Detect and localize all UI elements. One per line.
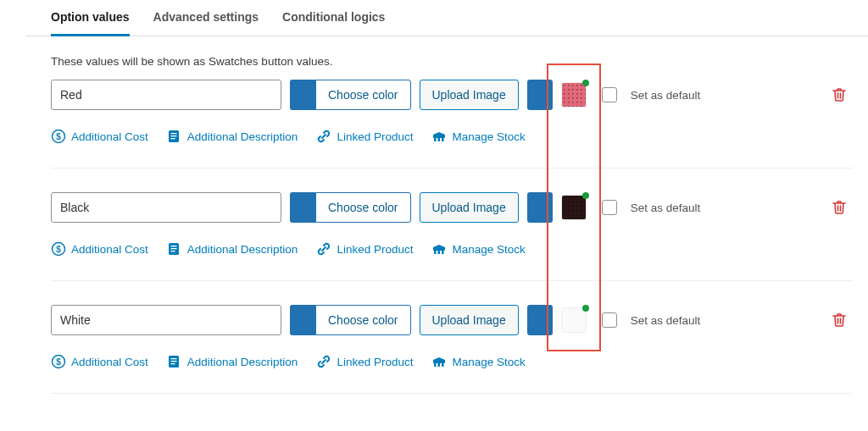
options-tabs: Option values Advanced settings Conditio… bbox=[25, 0, 868, 36]
upload-image-button[interactable]: Upload Image bbox=[420, 305, 519, 335]
preview-solid-chip[interactable] bbox=[527, 192, 553, 223]
tab-conditional-logics[interactable]: Conditional logics bbox=[282, 0, 385, 36]
status-dot-icon bbox=[582, 80, 589, 86]
document-icon bbox=[167, 129, 182, 144]
linked-product-link[interactable]: Linked Product bbox=[316, 354, 413, 369]
additional-description-link[interactable]: Additional Description bbox=[167, 354, 298, 369]
dollar-icon bbox=[51, 129, 66, 144]
additional-cost-link[interactable]: Additional Cost bbox=[51, 241, 148, 257]
dollar-icon bbox=[51, 354, 66, 369]
choose-color-button[interactable]: Choose color bbox=[315, 192, 411, 223]
color-preview-chip[interactable] bbox=[290, 305, 315, 335]
link-icon bbox=[316, 354, 331, 369]
option-name-input[interactable] bbox=[51, 192, 281, 223]
store-icon bbox=[431, 129, 447, 144]
linked-product-link[interactable]: Linked Product bbox=[316, 129, 413, 144]
manage-stock-link[interactable]: Manage Stock bbox=[431, 129, 525, 144]
status-dot-icon bbox=[582, 192, 589, 199]
set-default-label: Set as default bbox=[631, 314, 701, 327]
set-default-checkbox[interactable] bbox=[602, 312, 617, 328]
store-icon bbox=[431, 241, 447, 257]
delete-icon[interactable] bbox=[831, 312, 848, 329]
document-icon bbox=[167, 241, 182, 257]
option-name-input[interactable] bbox=[51, 305, 281, 335]
additional-cost-link[interactable]: Additional Cost bbox=[51, 129, 148, 144]
delete-icon[interactable] bbox=[831, 199, 848, 216]
manage-stock-link[interactable]: Manage Stock bbox=[431, 354, 525, 369]
choose-color-button[interactable]: Choose color bbox=[315, 305, 411, 335]
preview-solid-chip[interactable] bbox=[527, 80, 553, 110]
swatch-thumbnail[interactable] bbox=[561, 307, 587, 333]
additional-description-link[interactable]: Additional Description bbox=[167, 241, 298, 257]
tab-option-values[interactable]: Option values bbox=[51, 0, 130, 36]
set-default-label: Set as default bbox=[631, 202, 701, 214]
option-name-input[interactable] bbox=[51, 80, 281, 110]
upload-image-button[interactable]: Upload Image bbox=[420, 80, 519, 110]
store-icon bbox=[431, 354, 447, 369]
set-default-checkbox[interactable] bbox=[602, 200, 617, 215]
set-default-label: Set as default bbox=[631, 89, 701, 102]
dollar-icon bbox=[51, 241, 66, 257]
option-row: Choose color Upload Image Set as default… bbox=[51, 192, 853, 281]
additional-description-link[interactable]: Additional Description bbox=[167, 129, 298, 144]
status-dot-icon bbox=[582, 305, 589, 312]
preview-solid-chip[interactable] bbox=[527, 305, 553, 335]
intro-text: These values will be shown as Swatches b… bbox=[51, 55, 853, 68]
delete-icon[interactable] bbox=[831, 86, 848, 103]
link-icon bbox=[316, 129, 331, 144]
link-icon bbox=[316, 241, 331, 257]
manage-stock-link[interactable]: Manage Stock bbox=[431, 241, 525, 257]
color-preview-chip[interactable] bbox=[290, 80, 315, 110]
swatch-thumbnail[interactable] bbox=[561, 82, 587, 108]
tab-advanced-settings[interactable]: Advanced settings bbox=[153, 0, 259, 36]
option-row: Choose color Upload Image Set as default… bbox=[51, 80, 853, 169]
color-preview-chip[interactable] bbox=[290, 192, 315, 223]
upload-image-button[interactable]: Upload Image bbox=[420, 192, 519, 223]
additional-cost-link[interactable]: Additional Cost bbox=[51, 354, 148, 369]
choose-color-button[interactable]: Choose color bbox=[315, 80, 411, 110]
swatch-thumbnail[interactable] bbox=[561, 195, 587, 220]
option-row: Choose color Upload Image Set as default… bbox=[51, 305, 853, 394]
set-default-checkbox[interactable] bbox=[602, 87, 617, 102]
document-icon bbox=[167, 354, 182, 369]
linked-product-link[interactable]: Linked Product bbox=[316, 241, 413, 257]
